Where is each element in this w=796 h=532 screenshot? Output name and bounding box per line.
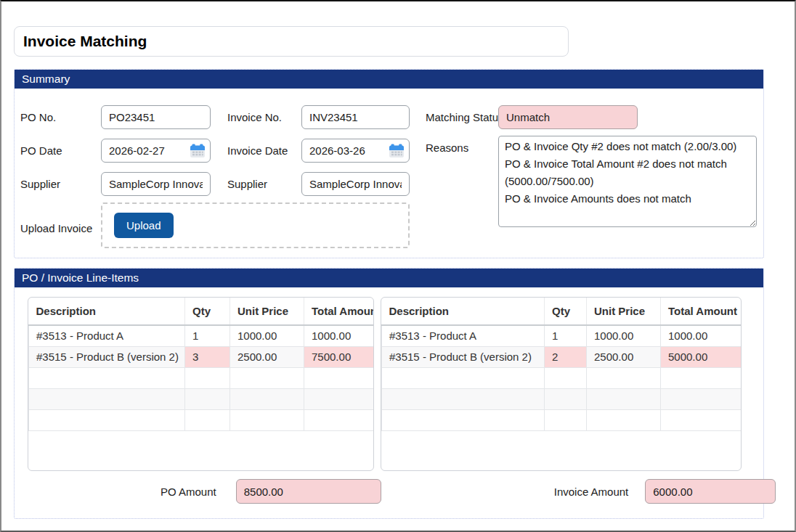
invoice-no-input[interactable] bbox=[302, 106, 409, 128]
invoice-amount-input[interactable] bbox=[646, 480, 775, 503]
cell-empty bbox=[587, 409, 661, 430]
page-title: Invoice Matching bbox=[23, 33, 147, 50]
cell-description: #3515 - Product B (version 2) bbox=[382, 346, 545, 367]
cell-empty bbox=[29, 367, 185, 388]
col-header-unit-price: Unit Price bbox=[587, 298, 661, 325]
cell-qty: 3 bbox=[185, 346, 230, 367]
cell-empty bbox=[545, 388, 587, 409]
empty-table-row bbox=[382, 409, 742, 430]
po-no-label: PO No. bbox=[20, 111, 101, 123]
col-header-qty: Qty bbox=[545, 298, 587, 325]
matching-status-field-wrap bbox=[498, 105, 638, 129]
table-row: #3513 - Product A11000.001000.00 bbox=[382, 325, 742, 346]
table-row: #3515 - Product B (version 2)32500.00750… bbox=[29, 346, 375, 367]
invoice-matching-page: Invoice Matching Summary PO No. Invoice … bbox=[0, 0, 796, 532]
col-header-total-amount: Total Amount bbox=[661, 298, 742, 325]
upload-invoice-label: Upload Invoice bbox=[20, 222, 101, 234]
invoice-amount-group: Invoice Amount bbox=[554, 479, 776, 504]
table-row: #3513 - Product A11000.001000.00 bbox=[29, 325, 375, 346]
reasons-textarea[interactable]: PO & Invoice Qty #2 does not match (2.00… bbox=[498, 136, 757, 227]
cell-unit-price: 2500.00 bbox=[587, 346, 661, 367]
col-header-unit-price: Unit Price bbox=[230, 298, 304, 325]
empty-table-row bbox=[29, 367, 375, 388]
cell-empty bbox=[661, 409, 742, 430]
cell-empty bbox=[661, 388, 742, 409]
invoice-supplier-field-wrap bbox=[301, 172, 410, 196]
line-items-tables: Description Qty Unit Price Total Amount … bbox=[15, 287, 763, 471]
cell-empty bbox=[185, 367, 230, 388]
cell-empty bbox=[230, 367, 304, 388]
empty-table-row bbox=[29, 388, 375, 409]
po-no-input[interactable] bbox=[102, 106, 210, 128]
po-supplier-field-wrap bbox=[101, 172, 211, 196]
calendar-icon[interactable] bbox=[389, 144, 405, 158]
cell-empty bbox=[304, 367, 375, 388]
summary-section: Summary PO No. Invoice No. Matching Stat… bbox=[14, 69, 764, 258]
line-items-section: PO / Invoice Line-Items Description Qty … bbox=[14, 268, 764, 519]
invoice-amount-label: Invoice Amount bbox=[554, 486, 629, 498]
cell-empty bbox=[545, 367, 587, 388]
cell-unit-price: 2500.00 bbox=[230, 346, 304, 367]
cell-unit-price: 1000.00 bbox=[230, 325, 304, 346]
cell-qty: 2 bbox=[545, 346, 587, 367]
amounts-row: PO Amount Invoice Amount bbox=[15, 479, 763, 518]
po-line-items-table: Description Qty Unit Price Total Amount … bbox=[28, 298, 374, 431]
col-header-description: Description bbox=[29, 298, 185, 325]
line-items-section-header: PO / Invoice Line-Items bbox=[15, 269, 763, 287]
invoice-table-body: #3513 - Product A11000.001000.00#3515 - … bbox=[382, 325, 742, 430]
upload-button[interactable]: Upload bbox=[114, 213, 174, 238]
matching-status-label: Matching Status bbox=[410, 111, 498, 123]
po-supplier-label: Supplier bbox=[20, 178, 101, 190]
col-header-qty: Qty bbox=[185, 298, 230, 325]
cell-qty: 1 bbox=[545, 325, 587, 346]
cell-total-amount: 1000.00 bbox=[661, 325, 742, 346]
invoice-amount-field-wrap bbox=[645, 479, 776, 504]
cell-empty bbox=[382, 409, 545, 430]
cell-description: #3513 - Product A bbox=[382, 325, 545, 346]
calendar-icon[interactable] bbox=[190, 144, 206, 158]
cell-empty bbox=[661, 367, 742, 388]
cell-description: #3515 - Product B (version 2) bbox=[29, 346, 185, 367]
cell-empty bbox=[587, 388, 661, 409]
po-no-field-wrap bbox=[101, 105, 211, 129]
cell-empty bbox=[185, 388, 230, 409]
col-header-total-amount: Total Amount bbox=[304, 298, 375, 325]
invoice-date-field-wrap bbox=[301, 139, 410, 163]
po-table-header-row: Description Qty Unit Price Total Amount bbox=[29, 298, 375, 325]
cell-empty bbox=[304, 409, 375, 430]
empty-table-row bbox=[382, 367, 742, 388]
cell-empty bbox=[29, 409, 185, 430]
cell-empty bbox=[587, 367, 661, 388]
invoice-supplier-input[interactable] bbox=[302, 173, 409, 195]
summary-section-header: Summary bbox=[15, 70, 763, 89]
matching-status-input[interactable] bbox=[499, 106, 637, 128]
cell-qty: 1 bbox=[185, 325, 230, 346]
po-date-field-wrap bbox=[101, 139, 211, 163]
page-title-box: Invoice Matching bbox=[14, 26, 569, 57]
empty-table-row bbox=[382, 388, 742, 409]
summary-form: PO No. Invoice No. Matching Status PO Da… bbox=[15, 89, 763, 258]
cell-total-amount: 7500.00 bbox=[304, 346, 375, 367]
reasons-label: Reasons bbox=[410, 139, 498, 154]
po-supplier-input[interactable] bbox=[102, 173, 210, 195]
cell-empty bbox=[230, 388, 304, 409]
invoice-table-header-row: Description Qty Unit Price Total Amount bbox=[382, 298, 742, 325]
invoice-line-items-table-box: Description Qty Unit Price Total Amount … bbox=[381, 297, 742, 471]
matching-status-cell bbox=[498, 105, 757, 129]
invoice-supplier-label: Supplier bbox=[211, 178, 301, 190]
po-amount-field-wrap bbox=[236, 479, 381, 504]
po-amount-input[interactable] bbox=[237, 480, 381, 503]
invoice-line-items-table: Description Qty Unit Price Total Amount … bbox=[381, 298, 742, 431]
cell-empty bbox=[545, 409, 587, 430]
invoice-no-label: Invoice No. bbox=[211, 111, 301, 123]
empty-table-row bbox=[29, 409, 375, 430]
invoice-no-field-wrap bbox=[301, 105, 410, 129]
cell-empty bbox=[230, 409, 304, 430]
po-table-body: #3513 - Product A11000.001000.00#3515 - … bbox=[29, 325, 375, 430]
cell-empty bbox=[185, 409, 230, 430]
upload-dropzone[interactable]: Upload bbox=[101, 202, 410, 248]
cell-total-amount: 1000.00 bbox=[304, 325, 375, 346]
po-line-items-table-box: Description Qty Unit Price Total Amount … bbox=[28, 297, 374, 471]
cell-unit-price: 1000.00 bbox=[587, 325, 661, 346]
cell-empty bbox=[382, 367, 545, 388]
